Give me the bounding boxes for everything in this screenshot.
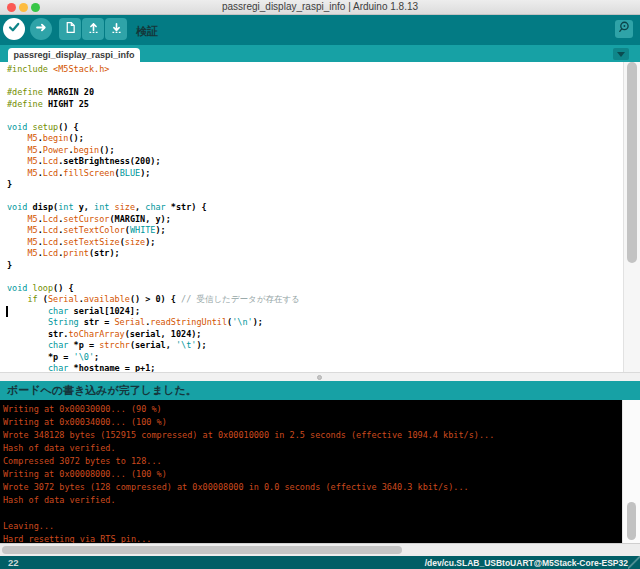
code-line: void disp(int y, int size, char *str) { (7, 202, 622, 214)
console-line: Writing at 0x00034000... (100 %) (3, 416, 622, 429)
code-line: M5.Lcd.print(str); (7, 248, 622, 260)
console-line: Writing at 0x00008000... (100 %) (3, 468, 622, 481)
editor-scrollbar-thumb[interactable] (627, 62, 637, 263)
arduino-ide-window: passregi_display_raspi_info | Arduino 1.… (0, 0, 640, 569)
console-line: Wrote 348128 bytes (152915 compressed) a… (3, 429, 622, 442)
console-line (3, 507, 622, 520)
console-vertical-scrollbar[interactable] (622, 400, 640, 543)
code-line: M5.Lcd.setTextColor(WHITE); (7, 225, 622, 237)
save-button[interactable] (105, 18, 127, 40)
console-line: Writing at 0x00030000... (90 %) (3, 403, 622, 416)
splitter-handle-icon (317, 375, 322, 380)
code-line: M5.begin(); (7, 133, 622, 145)
code-line: void loop() { (7, 283, 622, 295)
code-line: M5.Lcd.setCursor(MARGIN, y); (7, 214, 622, 226)
code-line (7, 110, 622, 122)
console-line: Compressed 3072 bytes to 128... (3, 455, 622, 468)
editor-vertical-scrollbar[interactable] (623, 62, 640, 372)
code-line: M5.Lcd.fillScreen(BLUE); (7, 168, 622, 180)
new-sketch-button[interactable] (59, 18, 81, 40)
toolbar-hover-label: 検証 (136, 24, 158, 39)
chevron-down-icon (617, 52, 625, 57)
code-line (7, 76, 622, 88)
check-icon (7, 20, 21, 38)
serial-monitor-button[interactable] (615, 20, 633, 38)
open-button[interactable] (82, 18, 104, 40)
pane-splitter[interactable] (0, 372, 640, 381)
code-area: #include <M5Stack.h> #define MARGIN 20#d… (7, 64, 622, 372)
console-line: Hard resetting via RTS pin... (3, 533, 622, 543)
titlebar: passregi_display_raspi_info | Arduino 1.… (0, 0, 640, 15)
code-line: M5.Lcd.setBrightness(200); (7, 156, 622, 168)
code-line: #include <M5Stack.h> (7, 64, 622, 76)
code-line: String str = Serial.readStringUntil('\n'… (7, 317, 622, 329)
text-caret (6, 306, 8, 317)
toolbar: 検証 (0, 15, 640, 45)
status-message: ボードへの書き込みが完了しました。 (0, 381, 640, 400)
code-line (7, 271, 622, 283)
console-output: Writing at 0x00030000... (90 %)Writing a… (0, 400, 622, 543)
code-line (7, 191, 622, 203)
code-line: M5.Lcd.setTextSize(size); (7, 237, 622, 249)
code-line: void setup() { (7, 122, 622, 134)
arrow-up-icon (87, 20, 100, 38)
console-line: Leaving... (3, 520, 622, 533)
upload-button[interactable] (30, 18, 52, 40)
sketch-menu-button[interactable] (613, 48, 629, 60)
console-scrollbar-thumb[interactable] (627, 502, 636, 540)
code-line: str.toCharArray(serial, 1024); (7, 329, 622, 341)
cursor-line-number: 22 (8, 557, 19, 568)
code-line: *p = '\0'; (7, 352, 622, 364)
verify-button[interactable] (3, 18, 25, 40)
console-line: Wrote 3072 bytes (128 compressed) at 0x0… (3, 481, 622, 494)
tabbar: passregi_display_raspi_info (0, 45, 640, 62)
code-line: char serial[1024]; (7, 306, 622, 318)
window-title: passregi_display_raspi_info | Arduino 1.… (0, 1, 640, 12)
code-line: #define HIGHT 25 (7, 99, 622, 111)
horizontal-scrollbar-thumb[interactable] (2, 546, 402, 554)
console-horizontal-scrollbar[interactable] (0, 543, 640, 556)
code-line: char *hostname = p+1; (7, 363, 622, 372)
footer-statusbar: 22 /dev/cu.SLAB_USBtoUART@M5Stack-Core-E… (0, 556, 640, 569)
document-icon (64, 20, 77, 38)
code-line: char *p = strchr(serial, '\t'); (7, 340, 622, 352)
code-line: } (7, 260, 622, 272)
console-text: Writing at 0x00030000... (90 %)Writing a… (0, 400, 622, 543)
code-line: if (Serial.available() > 0) { // 受信したデータ… (7, 294, 622, 306)
console-line: Hash of data verified. (3, 494, 622, 507)
code-line: #define MARGIN 20 (7, 87, 622, 99)
arrow-right-icon (35, 20, 48, 38)
magnifier-icon (617, 20, 631, 38)
code-line: M5.Power.begin(); (7, 145, 622, 157)
code-editor[interactable]: #include <M5Stack.h> #define MARGIN 20#d… (0, 62, 640, 372)
console-line: Hash of data verified. (3, 442, 622, 455)
tab-sketch[interactable]: passregi_display_raspi_info (8, 48, 140, 62)
board-port-label: /dev/cu.SLAB_USBtoUART@M5Stack-Core-ESP3… (425, 558, 628, 568)
arrow-down-icon (110, 20, 123, 38)
resize-grip-icon (628, 556, 640, 569)
code-line: } (7, 179, 622, 191)
